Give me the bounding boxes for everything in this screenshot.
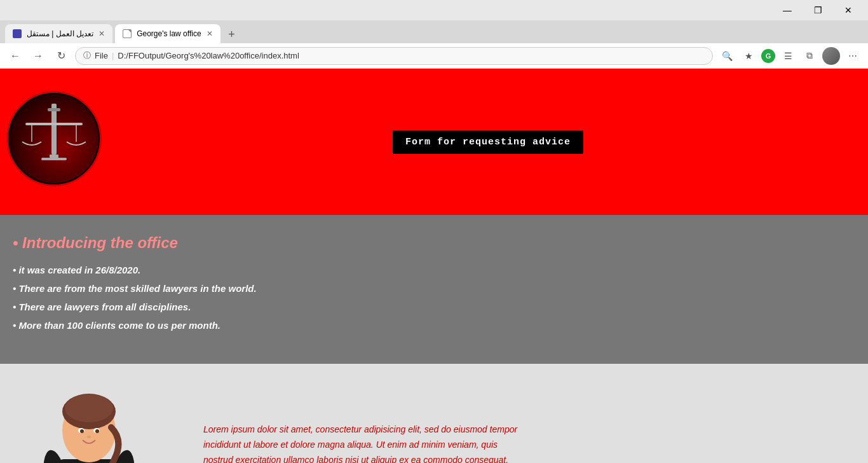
website-content: Form for requesting advice Introducing t…: [0, 69, 868, 463]
svg-rect-2: [25, 123, 83, 125]
intro-item-1: it was created in 26/8/2020.: [13, 265, 855, 275]
browser-window: — ❐ ✕ تعديل العمل | مستقل ✕ George's law…: [0, 0, 868, 463]
toolbar-icons: 🔍 ★ G ☰ ⧉ ⋯: [718, 47, 862, 65]
new-tab-button[interactable]: +: [223, 25, 241, 43]
close-button[interactable]: ✕: [834, 0, 863, 20]
scales-svg: [19, 100, 89, 177]
intro-item-4: More than 100 clients come to us per mon…: [13, 320, 855, 331]
lawyer-figure-svg: [19, 377, 159, 463]
tab1-icon: [13, 29, 22, 38]
hero-section: Form for requesting advice: [0, 69, 868, 215]
tab-2[interactable]: George's law office ✕: [115, 24, 220, 43]
tab2-icon: [123, 29, 132, 38]
intro-item-2: There are from the most skilled lawyers …: [13, 283, 855, 294]
maximize-button[interactable]: ❐: [803, 0, 832, 20]
favorites-icon[interactable]: ★: [740, 47, 757, 65]
tab2-close[interactable]: ✕: [207, 29, 213, 38]
lorem-text: Lorem ipsum dolor sit amet, consectetur …: [203, 422, 521, 463]
hero-center: Form for requesting advice: [108, 130, 868, 154]
address-separator: |: [112, 51, 114, 60]
tab-1[interactable]: تعديل العمل | مستقل ✕: [5, 24, 112, 43]
svg-point-21: [65, 394, 113, 422]
logo-circle: [6, 91, 102, 186]
title-bar: — ❐ ✕: [0, 0, 868, 20]
search-icon[interactable]: 🔍: [718, 47, 736, 65]
minimize-button[interactable]: —: [773, 0, 802, 20]
svg-rect-6: [41, 158, 67, 160]
svg-point-24: [80, 429, 84, 433]
lawyer-section: Lorem ipsum dolor sit amet, consectetur …: [0, 364, 868, 463]
lawyer-image-area: [0, 377, 178, 463]
intro-title: Introducing the office: [13, 234, 855, 252]
address-bar[interactable]: ⓘ File | D:/FFOutput/Georg's%20law%20off…: [75, 47, 713, 65]
info-icon: ⓘ: [83, 50, 91, 61]
logo-container: [6, 91, 108, 193]
svg-rect-5: [50, 155, 58, 158]
address-text[interactable]: D:/FFOutput/Georg's%20law%20office/index…: [118, 51, 299, 60]
tab1-close[interactable]: ✕: [98, 29, 105, 38]
address-bar-row: ← → ↻ ⓘ File | D:/FFOutput/Georg's%20law…: [0, 43, 868, 69]
reload-button[interactable]: ↻: [52, 47, 70, 65]
intro-section: Introducing the office it was created in…: [0, 215, 868, 364]
forward-button[interactable]: →: [29, 47, 47, 65]
logo-inner: [10, 94, 98, 183]
tab-bar: تعديل العمل | مستقل ✕ George's law offic…: [0, 20, 868, 43]
lawyer-text-area: Lorem ipsum dolor sit amet, consectetur …: [178, 377, 868, 463]
svg-point-26: [87, 436, 91, 438]
menu-button[interactable]: ⋯: [844, 47, 862, 65]
profile-avatar[interactable]: [822, 47, 840, 65]
reading-list-icon[interactable]: ☰: [779, 47, 797, 65]
collections-icon[interactable]: ⧉: [801, 47, 818, 65]
form-request-button[interactable]: Form for requesting advice: [393, 130, 583, 154]
grammarly-icon[interactable]: G: [761, 49, 775, 63]
back-button[interactable]: ←: [6, 47, 24, 65]
window-controls[interactable]: — ❐ ✕: [773, 0, 863, 20]
tab2-label: George's law office: [137, 29, 201, 38]
svg-rect-1: [48, 108, 60, 111]
tab1-label: تعديل العمل | مستقل: [27, 29, 93, 38]
svg-point-25: [95, 429, 99, 433]
address-prefix: File: [95, 51, 108, 60]
lorem-container: Lorem ipsum dolor sit amet, consectetur …: [203, 422, 521, 463]
intro-item-3: There are lawyers from all disciplines.: [13, 301, 855, 312]
